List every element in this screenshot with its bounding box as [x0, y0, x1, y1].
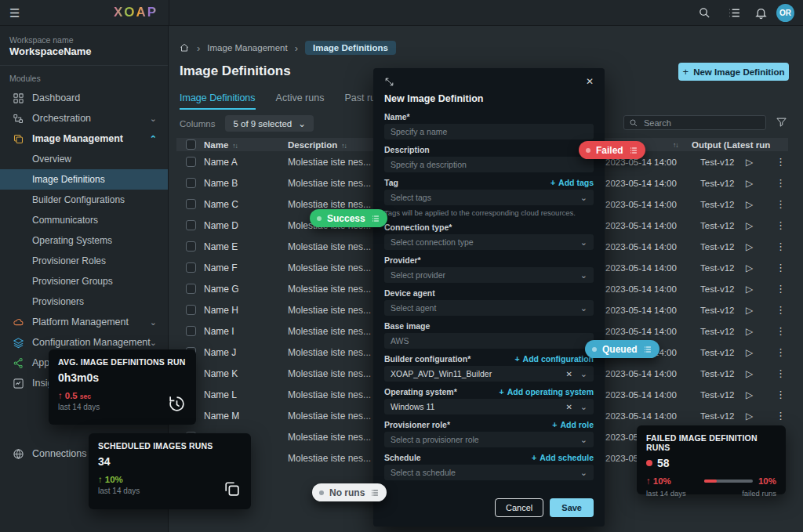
user-avatar[interactable]: OR — [776, 4, 794, 22]
row-last-run-date: 2023-05-14 14:00 — [605, 369, 677, 378]
run-play-button[interactable] — [746, 178, 753, 189]
row-checkbox[interactable] — [186, 178, 196, 188]
expand-icon[interactable] — [384, 77, 394, 87]
row-checkbox[interactable] — [186, 241, 196, 252]
column-header-output[interactable]: Output (Latest run — [692, 140, 770, 150]
clear-icon[interactable] — [565, 403, 572, 411]
provisioner-role-select[interactable]: Select a provisioner role — [384, 432, 594, 447]
sidebar-item-image-management[interactable]: Image Management — [0, 128, 168, 149]
row-menu-button[interactable] — [776, 241, 786, 252]
run-play-button[interactable] — [746, 389, 753, 400]
run-play-button[interactable] — [746, 411, 753, 422]
row-checkbox[interactable] — [186, 326, 196, 336]
row-checkbox[interactable] — [186, 157, 196, 167]
sidebar-item-image-definitions[interactable]: Image Definitions — [0, 169, 168, 190]
copy-icon[interactable] — [222, 479, 242, 498]
tab-image-definitions[interactable]: Image Definitions — [180, 92, 256, 110]
row-checkbox[interactable] — [186, 305, 196, 315]
sidebar-item-communicators[interactable]: Communicators — [0, 210, 168, 230]
notifications-bell-icon[interactable] — [754, 6, 768, 20]
search-icon[interactable] — [698, 6, 711, 20]
run-play-button[interactable] — [746, 157, 753, 168]
status-badge-no-runs[interactable]: No runs — [312, 483, 387, 501]
breadcrumb-image-management[interactable]: Image Management — [207, 43, 287, 52]
row-menu-button[interactable] — [776, 389, 786, 400]
status-badge-failed[interactable]: Failed — [579, 141, 645, 159]
breadcrumb-image-definitions[interactable]: Image Definitions — [305, 41, 396, 55]
provider-select[interactable]: Select provider — [384, 267, 594, 283]
run-play-button[interactable] — [746, 241, 753, 252]
run-play-button[interactable] — [746, 368, 753, 379]
row-menu-button[interactable] — [776, 304, 786, 316]
row-menu-button[interactable] — [776, 346, 786, 358]
description-input[interactable]: Specify a description — [384, 157, 594, 172]
row-menu-button[interactable] — [776, 367, 786, 379]
badge-list-icon — [643, 345, 652, 354]
sidebar-item-provisioners[interactable]: Provisioners — [0, 291, 168, 312]
operating-system-select[interactable]: Windows 11 — [384, 399, 594, 414]
home-icon[interactable] — [179, 42, 190, 53]
save-button[interactable]: Save — [550, 498, 594, 517]
builder-configuration-select[interactable]: XOAP_AVD_Win11_Builder — [384, 366, 594, 382]
tag-select[interactable]: Select tags — [384, 190, 594, 205]
run-play-button[interactable] — [746, 220, 753, 231]
task-list-icon[interactable] — [728, 6, 741, 20]
run-play-button[interactable] — [746, 284, 753, 295]
run-play-button[interactable] — [746, 262, 753, 273]
filter-funnel-icon[interactable] — [776, 116, 787, 128]
sidebar-item-overview[interactable]: Overview — [0, 149, 168, 169]
run-play-button[interactable] — [746, 305, 753, 316]
sort-icon[interactable] — [673, 141, 678, 149]
clear-icon[interactable] — [565, 370, 572, 378]
row-menu-button[interactable] — [776, 198, 786, 210]
add-role-link[interactable]: Add role — [552, 420, 594, 429]
row-checkbox[interactable] — [186, 220, 196, 230]
device-agent-select[interactable]: Select agent — [384, 300, 594, 316]
row-menu-button[interactable] — [776, 262, 786, 273]
new-image-definition-button[interactable]: New Image Definition — [678, 63, 789, 81]
add-schedule-link[interactable]: Add schedule — [532, 453, 594, 462]
row-checkbox[interactable] — [186, 199, 196, 209]
schedule-select[interactable]: Select a schedule — [384, 465, 594, 480]
search-input[interactable] — [642, 118, 761, 128]
workspace-name[interactable]: WorkspaceName — [0, 45, 168, 66]
add-configuration-link[interactable]: Add configuration — [514, 354, 594, 364]
row-menu-button[interactable] — [776, 410, 786, 422]
row-menu-button[interactable] — [776, 219, 786, 231]
cancel-button[interactable]: Cancel — [495, 498, 543, 517]
share-icon — [13, 357, 24, 369]
sidebar-item-platform-management[interactable]: Platform Management — [0, 312, 168, 332]
columns-select[interactable]: 5 of 9 selected — [225, 115, 313, 132]
column-header-description[interactable]: Description — [288, 140, 347, 150]
row-menu-button[interactable] — [776, 325, 786, 337]
add-operating-system-link[interactable]: Add operating system — [500, 387, 594, 396]
tab-active-runs[interactable]: Active runs — [276, 92, 325, 110]
row-menu-button[interactable] — [776, 283, 786, 295]
row-menu-button[interactable] — [776, 177, 786, 189]
card-trend: 10% — [646, 476, 671, 486]
hamburger-menu-icon[interactable] — [9, 6, 20, 20]
status-badge-success[interactable]: Success — [310, 209, 387, 227]
close-icon[interactable] — [586, 76, 594, 87]
sidebar-item-orchestration[interactable]: Orchestration — [0, 108, 168, 128]
sidebar-item-dashboard[interactable]: Dashboard — [0, 88, 168, 108]
select-all-checkbox[interactable] — [186, 139, 196, 150]
run-play-button[interactable] — [746, 199, 753, 210]
sidebar-item-provisioner-groups[interactable]: Provisioner Groups — [0, 271, 168, 291]
status-badge-queued[interactable]: Queued — [585, 340, 659, 358]
row-checkbox[interactable] — [186, 284, 196, 294]
run-play-button[interactable] — [746, 347, 753, 358]
row-checkbox[interactable] — [186, 262, 196, 273]
name-input[interactable]: Specify a name — [384, 124, 594, 139]
sidebar-item-provisioner-roles[interactable]: Provisioner Roles — [0, 251, 168, 271]
column-header-name[interactable]: Name — [204, 140, 238, 150]
sidebar-item-builder-configurations[interactable]: Builder Configurations — [0, 190, 168, 210]
base-image-input[interactable]: AWS — [384, 333, 594, 349]
history-clock-icon[interactable] — [167, 394, 187, 414]
row-menu-button[interactable] — [776, 156, 786, 168]
status-label: Failed — [596, 145, 623, 156]
add-tags-link[interactable]: Add tags — [550, 178, 594, 187]
connection-type-select[interactable]: Select connection type — [384, 234, 594, 250]
sidebar-item-operating-systems[interactable]: Operating Systems — [0, 230, 168, 251]
run-play-button[interactable] — [746, 326, 753, 337]
